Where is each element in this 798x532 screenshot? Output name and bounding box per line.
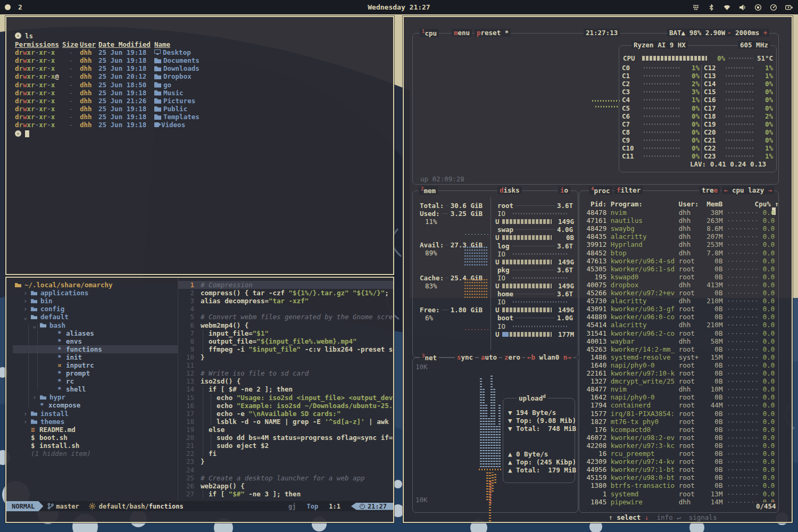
process-row[interactable]: 44889 kworker/u96:0-co root 0B ········ … — [583, 313, 775, 321]
process-row[interactable]: 44956 kworker/u97:1-bt root 0B ········ … — [583, 466, 775, 473]
wifi-icon[interactable] — [723, 4, 731, 11]
command-line[interactable] — [6, 511, 393, 522]
gauge-icon[interactable] — [770, 4, 777, 11]
tree-item--local-share-omarchy[interactable]: ~/.local/share/omarchy — [13, 281, 178, 289]
process-row[interactable]: 48452 btop dhh 7.8M ········ 0.0 — [583, 249, 775, 257]
code-line[interactable]: 5# Convert webm files generated by the G… — [178, 313, 393, 321]
tab-disks[interactable]: disks — [497, 186, 522, 194]
process-row[interactable]: 48435 alacritty dhh 207M ········ 0.0 — [583, 232, 775, 240]
tree-item-readme-md[interactable]: ≡README.md — [13, 426, 178, 434]
process-row[interactable]: 1640 napi/phy0-0 root 0B ········ 0.0 — [583, 361, 775, 369]
code-line[interactable]: 27 if [ "$#" -ne 3 ]; then — [178, 490, 393, 498]
tree-item-install[interactable]: ›install — [13, 410, 178, 418]
process-row[interactable]: 48478 nvim dhh 38M ········ 0.0 — [583, 209, 775, 217]
tree-item-default[interactable]: ⌄default — [13, 313, 178, 321]
git-branch-name[interactable]: master — [56, 503, 79, 510]
process-row[interactable]: 1642 napi/phy0-0 root 0B ········ 0.0 — [583, 393, 775, 401]
tree-item-config[interactable]: ›config — [13, 305, 178, 313]
process-row[interactable]: 48477 nvim dhh 10M ········ 0.0 — [583, 385, 775, 393]
process-row[interactable]: 48429 swaybg dhh 8.6M ········ 0.0 — [583, 225, 775, 232]
tree-item-xcompose[interactable]: *xcompose — [13, 401, 178, 409]
process-row[interactable]: 39912 Hyprland dhh 253M ········ 0.0 — [583, 240, 775, 248]
interval-plus-button[interactable]: + — [763, 29, 768, 37]
process-row[interactable]: 1380 btrfs-transactio root 0B ········ 0… — [583, 481, 775, 489]
prompt-row-active[interactable]: › — [15, 129, 393, 138]
volume-icon[interactable] — [739, 4, 746, 11]
tree-item-applications[interactable]: ›applications — [13, 289, 178, 297]
process-row[interactable]: 45159 kworker/u98:0-bt root 0B ········ … — [583, 473, 775, 481]
code-line[interactable]: 9 ffmpeg -i "$input_file" -c:v libx264 -… — [178, 345, 393, 353]
process-row[interactable]: 45730 alacritty dhh 210M ········ 0.0 — [583, 297, 775, 305]
code-line[interactable]: 15 echo "Usage: iso2sd <input_file> <out… — [178, 394, 393, 402]
info-button[interactable]: info — [657, 513, 673, 521]
code-line[interactable]: 18 lsblk -d -o NAME | grep -E '^sd[a-z]'… — [178, 418, 393, 426]
process-row[interactable]: 1 systemd root 13M ········ 0.0 — [583, 490, 775, 498]
process-row[interactable]: 47161 nautilus dhh 263M ········ 0.0 — [583, 217, 775, 225]
code-line[interactable]: 26web2app() { — [178, 482, 393, 490]
preset-button[interactable]: preset * — [475, 29, 511, 37]
process-row[interactable]: 1827 mt76-tx phy0 root 0B ········ 0.0 — [583, 418, 775, 426]
tree-item-bin[interactable]: ›bin — [13, 297, 178, 305]
code-line[interactable]: 16 echo "Example: iso2sd ~/Downloads/ubu… — [178, 402, 393, 410]
battery-icon[interactable] — [785, 4, 793, 11]
process-row[interactable]: 42309 kworker/u97:4-kv root 0B ········ … — [583, 458, 775, 466]
code-line[interactable]: 6webm2mp4() { — [178, 321, 393, 329]
net-sync-button[interactable]: sync — [455, 353, 475, 361]
tab-net[interactable]: 3net — [420, 353, 439, 362]
code-line[interactable]: 14 if [ $# -ne 2 ]; then — [178, 385, 393, 393]
code-line[interactable]: 1# Compression — [178, 281, 393, 289]
code-line[interactable]: 4 — [178, 305, 393, 313]
code-line[interactable]: 7 input_file="$1" — [178, 329, 393, 337]
code-line[interactable]: 12# Write iso file to sd card — [178, 369, 393, 377]
code-line[interactable]: 24 — [178, 466, 393, 474]
code-line[interactable]: 19 else — [178, 426, 393, 434]
process-row[interactable]: 45305 kworker/u96:1-sd root 0B ········ … — [583, 265, 775, 273]
process-row[interactable]: 40013 waybar dhh 58M ········ 0.0 — [583, 337, 775, 345]
menu-button[interactable]: menu — [452, 29, 472, 37]
process-row[interactable]: 47613 kworker/u96:4-sd root 0B ········ … — [583, 257, 775, 265]
code-line[interactable]: 13iso2sd() { — [178, 377, 393, 385]
select-up-key[interactable]: ↑ — [609, 513, 613, 521]
process-row[interactable]: 176 kcompactd0 root 0B ········ 0.0 — [583, 426, 775, 434]
process-row[interactable]: 42208 kworker/u97:3-kc root 0B ········ … — [583, 442, 775, 450]
terminal-content[interactable]: › ls Permissions Size User Date Modified… — [6, 17, 393, 138]
process-row[interactable]: 45263 kworker/14:2-mm_ root 0B ········ … — [583, 345, 775, 353]
interval-minus-button[interactable]: - — [727, 29, 732, 37]
process-row[interactable]: 43091 kworker/u96:3-gf root 0B ········ … — [583, 305, 775, 313]
code-line[interactable]: 22 fi — [178, 450, 393, 458]
tab-cpu[interactable]: 1cpu — [420, 29, 439, 37]
bluetooth-icon[interactable] — [708, 4, 715, 11]
proc-sort-switcher[interactable]: ← cpu lazy → — [722, 186, 774, 194]
code-line[interactable]: 8 output_file="${input_file%.webm}.mp4" — [178, 337, 393, 345]
tab-mem[interactable]: 2mem — [419, 186, 438, 195]
code-line[interactable]: 21 sudo eject $2 — [178, 442, 393, 450]
net-detail-title[interactable]: uploadd — [517, 394, 548, 402]
code-line[interactable]: 25# Create a desktop launcher for a web … — [178, 474, 393, 482]
updates-icon[interactable] — [692, 4, 700, 11]
record-icon[interactable] — [754, 4, 762, 11]
net-interface-switcher[interactable]: ←b wlan0 n→ — [525, 353, 573, 361]
process-row[interactable]: 45414 alacritty dhh 210M ········ 0.0 — [583, 321, 775, 329]
tree-item--1-hidden-item-[interactable]: (1 hidden item) — [13, 450, 178, 458]
process-row[interactable]: 31541 kworker/u96:2-co root 0B ········ … — [583, 329, 775, 337]
process-row[interactable]: 45266 kworker/u97:2+ev root 0B ········ … — [583, 289, 775, 297]
net-auto-button[interactable]: auto — [479, 353, 499, 361]
net-zero-button[interactable]: zero — [502, 353, 522, 361]
tree-item-install-sh[interactable]: $install.sh — [13, 442, 178, 450]
process-row[interactable]: 1486 systemd-resolve syst+ 15M ········ … — [583, 353, 775, 361]
process-row[interactable]: 16 rcu_preempt root 0B ········ 0.0 — [583, 450, 775, 458]
code-line[interactable]: 3alias decompress="tar -xzf" — [178, 297, 393, 305]
tree-item-hypr[interactable]: ›hypr — [13, 393, 178, 401]
process-row[interactable]: 1845 pipewire dhh 14M ········ 0.0 — [583, 498, 775, 506]
code-line[interactable]: 20 sudo dd bs=4M status=progress oflag=s… — [178, 434, 393, 442]
code-line[interactable]: 2compress() { tar -czf "${1%/}.tar.gz" "… — [178, 289, 393, 297]
tree-item-themes[interactable]: ›themes — [13, 418, 178, 426]
code-line[interactable]: 11 — [178, 361, 393, 369]
code-line[interactable]: 10} — [178, 353, 393, 361]
select-down-key[interactable]: ↓ — [645, 513, 649, 521]
code-line[interactable]: 23} — [178, 458, 393, 466]
process-row[interactable]: 195 kswapd0 root 0B ········ 0.0 — [583, 273, 775, 281]
process-row[interactable]: 46072 kworker/u98:2-ev root 0B ········ … — [583, 434, 775, 442]
process-row[interactable]: 1327 dmcrypt_write/25 root 0B ········ 0… — [583, 377, 775, 385]
code-panel[interactable]: 1# Compression2compress() { tar -czf "${… — [178, 278, 393, 501]
